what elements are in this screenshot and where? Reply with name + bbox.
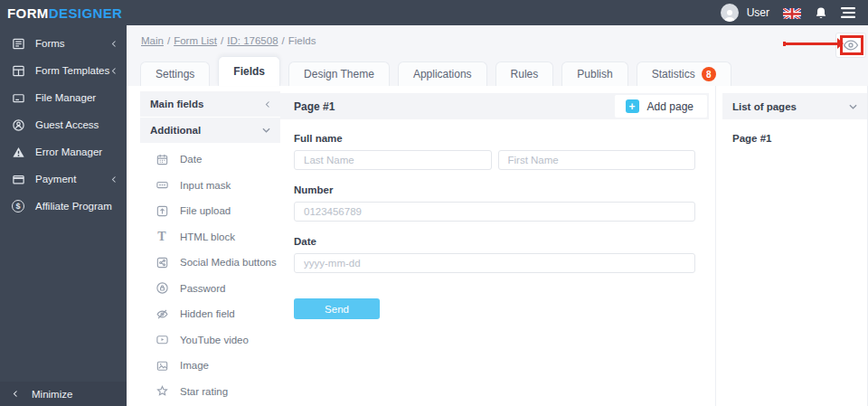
- eye-icon: [843, 40, 859, 51]
- group-additional[interactable]: Additional: [140, 118, 280, 143]
- sidebar-item-label: Payment: [35, 174, 111, 184]
- password-lock-icon: [155, 281, 169, 296]
- breadcrumb-current: Fields: [288, 35, 316, 46]
- breadcrumb-link-main[interactable]: Main: [141, 35, 164, 46]
- pages-panel: List of pages Page #1: [715, 86, 868, 406]
- field-type-social-media[interactable]: Social Media buttons: [155, 250, 280, 276]
- breadcrumb-separator: /: [167, 35, 170, 46]
- sidebar-item-label: Forms: [35, 38, 111, 49]
- chevron-left-icon: [111, 175, 117, 184]
- notifications-bell-icon[interactable]: [815, 6, 827, 20]
- plus-icon: +: [626, 99, 639, 113]
- tab-fields[interactable]: Fields: [218, 56, 280, 86]
- language-flag-icon[interactable]: [783, 7, 801, 19]
- group-main-fields[interactable]: Main fields: [140, 91, 280, 117]
- chevron-down-icon: [849, 104, 857, 109]
- field-type-label: Password: [180, 283, 226, 294]
- form-templates-icon: [11, 63, 25, 78]
- field-type-hidden-field[interactable]: Hidden field: [155, 301, 280, 327]
- chevron-left-icon: [265, 100, 270, 109]
- field-type-input-mask[interactable]: Input mask: [155, 173, 280, 199]
- tab-applications[interactable]: Applications: [398, 61, 487, 86]
- menu-hamburger-icon[interactable]: [841, 7, 855, 18]
- group-label: Additional: [150, 125, 201, 136]
- field-type-label: Date: [180, 154, 202, 165]
- sidebar-item-payment[interactable]: Payment: [0, 165, 127, 193]
- tab-label: Settings: [156, 68, 194, 80]
- page-list-item[interactable]: Page #1: [722, 119, 867, 144]
- field-type-label: Image: [180, 360, 209, 371]
- html-block-icon: T: [155, 230, 169, 244]
- eye-off-icon: [155, 307, 169, 321]
- error-manager-icon: [11, 145, 25, 159]
- field-type-star-rating[interactable]: Star rating: [155, 379, 280, 405]
- field-type-image[interactable]: Image: [155, 353, 280, 379]
- date-input[interactable]: [294, 253, 695, 273]
- file-manager-icon: [11, 90, 25, 105]
- field-type-youtube-video[interactable]: YouTube video: [155, 327, 280, 354]
- number-row: [294, 202, 695, 222]
- tab-label: Fields: [233, 65, 265, 78]
- sidebar-item-label: Affiliate Program: [35, 201, 117, 212]
- sidebar-item-label: Guest Access: [35, 119, 117, 130]
- tab-design-theme[interactable]: Design Theme: [288, 61, 390, 86]
- sidebar-item-label: Form Templates: [35, 65, 111, 76]
- breadcrumb-link-form-id[interactable]: ID: 176508: [227, 35, 278, 46]
- sidebar-minimize-button[interactable]: Minimize: [0, 382, 127, 406]
- image-icon: [155, 358, 169, 373]
- field-type-date[interactable]: Date: [155, 146, 280, 173]
- list-of-pages-label: List of pages: [732, 101, 797, 112]
- share-icon: [155, 255, 169, 269]
- tab-label: Statistics: [652, 68, 695, 80]
- youtube-video-icon: [155, 333, 169, 347]
- list-of-pages-header[interactable]: List of pages: [722, 93, 867, 119]
- tab-settings[interactable]: Settings: [140, 61, 210, 86]
- date-row: [294, 253, 695, 273]
- tab-label: Applications: [413, 68, 472, 80]
- tab-rules[interactable]: Rules: [495, 61, 554, 86]
- send-button[interactable]: Send: [294, 298, 380, 319]
- chevron-left-icon: [111, 67, 117, 75]
- sidebar-item-label: Error Manager: [35, 146, 117, 157]
- number-input[interactable]: [294, 202, 695, 222]
- add-page-label: Add page: [647, 100, 693, 113]
- form-canvas: Page #1 + Add page Full name Number: [280, 86, 709, 406]
- chevron-left-icon: [13, 390, 18, 398]
- breadcrumb-separator: /: [221, 35, 223, 46]
- sidebar-item-error-manager[interactable]: Error Manager: [0, 138, 127, 165]
- input-mask-icon: [155, 178, 169, 193]
- user-name-label[interactable]: User: [747, 6, 769, 19]
- field-type-label: YouTube video: [180, 335, 249, 345]
- sidebar-item-affiliate-program[interactable]: $ Affiliate Program: [0, 193, 127, 220]
- statistics-badge: 8: [702, 67, 716, 81]
- last-name-input[interactable]: [294, 150, 492, 170]
- logo-part1: FORM: [7, 5, 49, 21]
- full-name-row: [294, 150, 695, 170]
- sidebar-nav: Forms Form Templates File Manager: [0, 25, 127, 220]
- number-label: Number: [294, 184, 695, 195]
- content-area: Main fields Additional Date Input mask: [127, 86, 868, 406]
- sidebar-item-forms[interactable]: Forms: [0, 30, 127, 57]
- tab-publish[interactable]: Publish: [561, 61, 627, 86]
- logo-part2: DESIGNER: [49, 5, 123, 21]
- annotation-arrow-line: [785, 42, 837, 45]
- sidebar-item-guest-access[interactable]: Guest Access: [0, 111, 127, 138]
- sidebar-item-form-templates[interactable]: Form Templates: [0, 57, 127, 84]
- preview-eye-button[interactable]: [835, 33, 866, 58]
- minimize-label: Minimize: [32, 389, 72, 400]
- add-page-button[interactable]: + Add page: [615, 95, 707, 118]
- first-name-input[interactable]: [498, 150, 696, 170]
- tab-label: Rules: [511, 68, 539, 80]
- tab-statistics[interactable]: Statistics 8: [637, 61, 731, 86]
- canvas-page-title: Page #1: [294, 100, 335, 113]
- field-type-label: Social Media buttons: [180, 257, 277, 268]
- breadcrumb-link-form-list[interactable]: Form List: [174, 35, 217, 46]
- field-type-file-upload[interactable]: File upload: [155, 198, 280, 224]
- topbar-right: User: [721, 4, 855, 22]
- field-type-html-block[interactable]: T HTML block: [155, 224, 280, 250]
- user-avatar[interactable]: [721, 4, 739, 22]
- field-type-password[interactable]: Password: [155, 276, 280, 302]
- tab-strip: Settings Fields Design Theme Application…: [140, 56, 731, 86]
- chevron-down-icon: [262, 127, 270, 133]
- sidebar-item-file-manager[interactable]: File Manager: [0, 84, 127, 111]
